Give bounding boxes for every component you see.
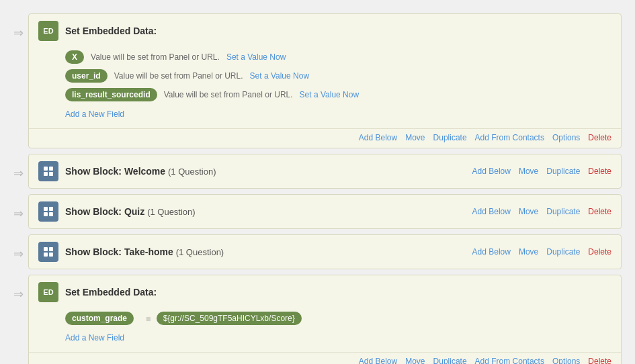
block4-delete[interactable]: Delete bbox=[588, 247, 611, 257]
set-value-x[interactable]: Set a Value Now bbox=[226, 52, 286, 62]
set-value-lis[interactable]: Set a Value Now bbox=[300, 90, 359, 99]
svg-rect-8 bbox=[44, 247, 48, 251]
block-2-icon bbox=[38, 161, 58, 181]
flow-row-5: ⇒ ED Set Embedded Data: custom_grade = $… bbox=[13, 275, 622, 364]
block-3-title: Show Block: Quiz (1 Question) bbox=[65, 206, 196, 217]
arrow-4: ⇒ bbox=[13, 234, 26, 261]
block-2-actions: Add Below Move Duplicate Delete bbox=[472, 167, 611, 176]
set-value-userid[interactable]: Set a Value Now bbox=[250, 71, 310, 81]
block-3-header: Show Block: Quiz (1 Question) Add Below … bbox=[29, 195, 621, 228]
block1-add-below[interactable]: Add Below bbox=[359, 133, 397, 142]
arrow-5: ⇒ bbox=[13, 275, 26, 302]
flow-row-4: ⇒ Show Block: Take-home (1 Ques bbox=[13, 234, 622, 269]
field-tag-userid: user_id bbox=[65, 69, 108, 83]
svg-rect-10 bbox=[44, 253, 48, 257]
block-3-left: Show Block: Quiz (1 Question) bbox=[38, 201, 196, 222]
block-5-body: custom_grade = ${gr://SC_509gTF5aHICYLxb… bbox=[29, 309, 621, 349]
equals-sign: = bbox=[146, 314, 151, 324]
flow-container: ⇒ ED Set Embedded Data: X Value will be … bbox=[0, 7, 635, 364]
svg-rect-4 bbox=[44, 207, 48, 211]
svg-rect-6 bbox=[44, 212, 48, 216]
block-card-1: ED Set Embedded Data: X Value will be se… bbox=[28, 13, 622, 148]
svg-rect-11 bbox=[49, 253, 53, 257]
block-4-actions: Add Below Move Duplicate Delete bbox=[472, 247, 611, 257]
block-2-left: Show Block: Welcome (1 Question) bbox=[38, 161, 216, 181]
block-5-title: Set Embedded Data: bbox=[65, 287, 157, 298]
block-1-body: X Value will be set from Panel or URL. S… bbox=[29, 48, 621, 126]
add-field-link-1[interactable]: Add a New Field bbox=[65, 109, 124, 119]
flow-row-3: ⇒ Show Block: Quiz (1 Question) bbox=[13, 194, 622, 229]
block4-duplicate[interactable]: Duplicate bbox=[546, 247, 580, 257]
block-1-header: ED Set Embedded Data: bbox=[29, 14, 621, 48]
svg-rect-0 bbox=[44, 167, 48, 171]
arrow-3: ⇒ bbox=[13, 194, 26, 221]
block-4-icon bbox=[38, 242, 58, 262]
block-2-header: Show Block: Welcome (1 Question) Add Bel… bbox=[29, 154, 621, 188]
block5-options[interactable]: Options bbox=[552, 357, 580, 364]
block-5-actions: Add Below Move Duplicate Add From Contac… bbox=[29, 352, 621, 364]
block-5-header: ED Set Embedded Data: bbox=[29, 275, 621, 309]
svg-rect-7 bbox=[49, 212, 53, 216]
block1-options[interactable]: Options bbox=[552, 133, 580, 142]
block-1-actions: Add Below Move Duplicate Add From Contac… bbox=[29, 128, 621, 148]
block3-move[interactable]: Move bbox=[519, 207, 538, 216]
block-4-left: Show Block: Take-home (1 Question) bbox=[38, 242, 224, 262]
field-tag-lis: lis_result_sourcedid bbox=[65, 88, 157, 101]
field-tag-x: X bbox=[65, 50, 84, 64]
arrow-2: ⇒ bbox=[13, 154, 26, 181]
block-card-5: ED Set Embedded Data: custom_grade = ${g… bbox=[28, 275, 622, 364]
block4-add-below[interactable]: Add Below bbox=[472, 247, 511, 257]
block-1-title: Set Embedded Data: bbox=[65, 26, 157, 36]
block2-delete[interactable]: Delete bbox=[588, 167, 611, 176]
svg-rect-3 bbox=[49, 172, 53, 176]
block-2-title: Show Block: Welcome (1 Question) bbox=[65, 166, 216, 177]
add-field-link-5[interactable]: Add a New Field bbox=[65, 333, 124, 343]
field-row-userid: user_id Value will be set from Panel or … bbox=[65, 69, 611, 83]
block3-delete[interactable]: Delete bbox=[588, 207, 611, 216]
block5-add-from-contacts[interactable]: Add From Contacts bbox=[475, 357, 544, 364]
block-card-3: Show Block: Quiz (1 Question) Add Below … bbox=[28, 194, 622, 229]
block2-move[interactable]: Move bbox=[519, 167, 538, 176]
block-4-header: Show Block: Take-home (1 Question) Add B… bbox=[29, 235, 621, 269]
block-card-2: Show Block: Welcome (1 Question) Add Bel… bbox=[28, 154, 622, 189]
field-tag-grade: custom_grade bbox=[65, 312, 134, 325]
field-row-lis: lis_result_sourcedid Value will be set f… bbox=[65, 88, 611, 101]
block2-add-below[interactable]: Add Below bbox=[472, 167, 511, 176]
field-desc-x: Value will be set from Panel or URL. bbox=[91, 52, 220, 62]
block1-delete[interactable]: Delete bbox=[588, 133, 611, 142]
svg-rect-5 bbox=[49, 207, 53, 211]
field-desc-lis: Value will be set from Panel or URL. bbox=[164, 90, 293, 99]
block-3-icon bbox=[38, 201, 58, 222]
block2-duplicate[interactable]: Duplicate bbox=[546, 167, 580, 176]
block3-add-below[interactable]: Add Below bbox=[472, 207, 511, 216]
flow-row-2: ⇒ Show Block: Welcome (1 Questi bbox=[13, 154, 622, 189]
block-4-title: Show Block: Take-home (1 Question) bbox=[65, 246, 224, 257]
block5-add-below[interactable]: Add Below bbox=[359, 357, 397, 364]
field-desc-userid: Value will be set from Panel or URL. bbox=[114, 71, 243, 81]
block1-add-from-contacts[interactable]: Add From Contacts bbox=[475, 133, 544, 142]
field-row-x: X Value will be set from Panel or URL. S… bbox=[65, 50, 611, 64]
field-row-grade: custom_grade = ${gr://SC_509gTF5aHICYLxb… bbox=[65, 312, 611, 325]
block1-move[interactable]: Move bbox=[405, 133, 425, 142]
flow-row-1: ⇒ ED Set Embedded Data: X Value will be … bbox=[13, 13, 622, 148]
field-value-grade: ${gr://SC_509gTF5aHICYLxb/Score} bbox=[157, 312, 302, 325]
block1-duplicate[interactable]: Duplicate bbox=[433, 133, 467, 142]
block-5-icon: ED bbox=[38, 282, 58, 302]
block5-move[interactable]: Move bbox=[405, 357, 425, 364]
block3-duplicate[interactable]: Duplicate bbox=[546, 207, 580, 216]
block-card-4: Show Block: Take-home (1 Question) Add B… bbox=[28, 234, 622, 269]
block4-move[interactable]: Move bbox=[519, 247, 538, 257]
block-3-actions: Add Below Move Duplicate Delete bbox=[472, 207, 611, 216]
svg-rect-1 bbox=[49, 167, 53, 171]
block5-duplicate[interactable]: Duplicate bbox=[433, 357, 467, 364]
svg-rect-2 bbox=[44, 172, 48, 176]
block-1-icon: ED bbox=[38, 21, 58, 41]
block5-delete[interactable]: Delete bbox=[588, 357, 611, 364]
svg-rect-9 bbox=[49, 247, 53, 251]
arrow-1: ⇒ bbox=[13, 13, 26, 40]
